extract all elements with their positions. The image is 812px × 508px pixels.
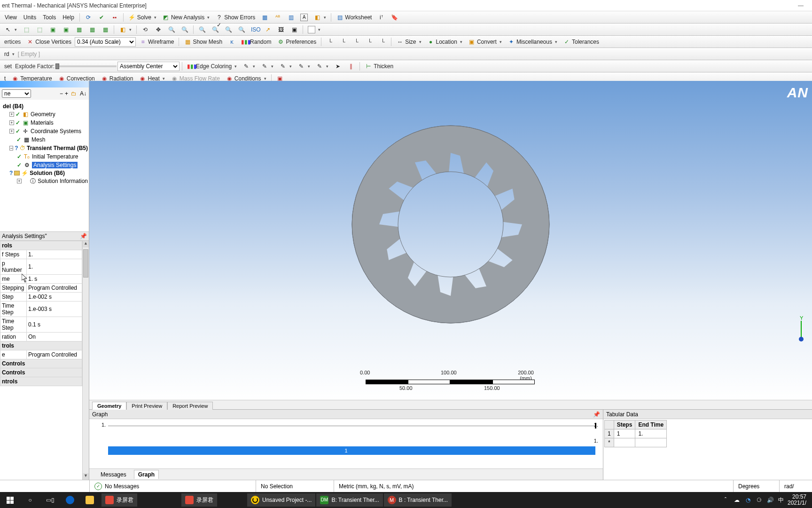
pin-icon[interactable]: 📌 [80,233,87,239]
iso-cube[interactable]: ◧ [117,25,134,34]
tabular-body[interactable]: Steps End Time 1 1 1. * [603,419,812,480]
tree-model[interactable]: del (B4) [1,103,88,110]
taskbar-dm[interactable]: DMB: Transient Ther... [316,493,383,507]
info-cursor-button[interactable]: iꜛ [375,13,387,22]
explode-slider[interactable] [55,65,117,67]
show-errors-button[interactable]: ?✓Show Errors [213,13,258,22]
edge-style-3[interactable]: ✎ [277,62,294,71]
row-new-steps[interactable] [614,438,635,447]
zoom-prev-button[interactable]: 🔍 [235,25,248,34]
tree-sort[interactable]: A↓ [79,90,87,97]
sel-node[interactable]: ▦ [73,25,85,34]
scroll-down-icon[interactable]: ▼ [83,473,89,480]
rotate-button[interactable]: ⟲ [139,25,151,34]
system-tray[interactable]: ˆ ☁ ◔ ⚆ 🔊 中 20:57 2021/1/ [722,494,809,506]
axis-l2[interactable]: └ [337,37,349,47]
arrow-tool[interactable]: ➤ [332,62,344,71]
cat-step-controls[interactable]: rols [0,241,82,250]
zoom-sel-button[interactable]: 🔍 [222,25,234,34]
scroll-up-icon[interactable]: ▲ [83,241,89,247]
tray-onedrive-icon[interactable]: ☁ [733,496,741,504]
row-stepping-v[interactable]: Program Controlled [27,284,82,293]
tab-messages[interactable]: Messages [97,470,130,479]
col-steps[interactable]: Steps [614,421,635,429]
tab-graph[interactable]: Graph [134,470,159,479]
model-rotor[interactable] [347,121,554,328]
tree-collapse[interactable]: − [60,90,63,97]
row-new[interactable]: * [605,438,614,447]
size-menu[interactable]: ↔Size [394,37,423,47]
menu-help[interactable]: Help [60,13,77,22]
tree-transient[interactable]: −?⏱Transient Thermal (B5) [1,144,88,152]
new-analysis-button[interactable]: ◩New Analysis [160,13,212,22]
cat-5[interactable]: ntrols [0,377,82,386]
col-end-time[interactable]: End Time [635,421,667,429]
graph-marker[interactable] [595,423,596,429]
menu-view[interactable]: View [2,13,20,22]
edge-style-1[interactable]: ✎ [240,62,258,71]
tree-analysis-settings[interactable]: ✓⚙Analysis Settings [1,161,88,169]
taskbar-edge[interactable] [62,493,81,507]
icon-btn-2[interactable]: ᴬᴮ [272,13,284,22]
wireframe-button[interactable]: ⌗Wireframe [137,37,176,47]
icon-btn-4[interactable]: A [298,13,310,22]
tray-clock[interactable]: 20:57 2021/1/ [788,494,806,506]
axis-l5[interactable]: └ [376,37,389,47]
windows-taskbar[interactable]: ○ ▭▯ 录屏君 录屏君 Unsaved Project -... DMB: T… [0,492,812,508]
sel-face[interactable]: ▣ [47,25,59,34]
sel-edge[interactable]: ⬚ [33,25,46,34]
tab-geometry[interactable]: Geometry [92,402,126,410]
cat-4[interactable]: Controls [0,368,82,377]
tree-mesh[interactable]: ✓▦Mesh [1,135,88,144]
search-button[interactable]: ○ [23,493,41,507]
menu-units[interactable]: Units [21,13,39,22]
icon-btn-3[interactable]: ▥ [285,13,297,22]
close-vertices-button[interactable]: ✕Close Vertices [24,37,74,47]
tree-coord[interactable]: +✓✛Coordinate Systems [1,127,88,135]
icon-btn-5[interactable]: ◧ [311,13,328,22]
tab-print-preview[interactable]: Print Preview [126,402,167,410]
minimize-button[interactable]: — [791,2,810,9]
tree-solution[interactable]: ?⚡Solution (B6) [1,169,88,177]
zoom-fit-button[interactable]: 🔍 [209,25,221,34]
tree-expand[interactable]: + [65,90,68,97]
thicken-button[interactable]: ⊢Thicken [362,62,396,71]
probe-k-button[interactable]: ᴋ [226,37,238,47]
axis-l3[interactable]: └ [350,37,362,47]
edge-coloring-menu[interactable]: ▮▮▮Edge Coloring [185,62,239,71]
tray-volume-icon[interactable]: 🔊 [767,496,774,504]
tree-initial-temp[interactable]: ✓T₀Initial Temperature [1,152,88,161]
worksheet-button[interactable]: ▤Worksheet [334,13,374,22]
look-at-button[interactable]: ↗ [262,25,274,34]
graph-body[interactable]: 1. 1. 1. 1 [89,419,603,468]
edge-style-4[interactable]: ✎ [295,62,312,71]
icon-btn-1[interactable]: ▦ [258,13,271,22]
tray-ime[interactable]: 中 [778,496,784,504]
random-button[interactable]: ▮▮▮Random [239,37,273,47]
location-menu[interactable]: ●Location [425,37,465,47]
zoom-in-button[interactable]: 🔍 [165,25,178,34]
tree-solution-info[interactable]: +✓ⓘSolution Information [1,177,88,185]
bars-tool[interactable]: ∥ [345,62,357,71]
convert-menu[interactable]: ▣Convert [466,37,504,47]
set-button[interactable]: set [2,62,14,71]
solve-button[interactable]: ⚡Solve [126,13,159,22]
graphics-viewport[interactable]: AN [89,81,812,400]
cat-3[interactable]: Controls [0,359,82,368]
refresh-button[interactable]: ⟳ [82,13,94,22]
row-steps-v[interactable]: 1. [27,250,82,259]
axis-l4[interactable]: └ [363,37,375,47]
sel-vertex[interactable]: ⬚ [20,25,32,34]
taskbar-recorder-1[interactable]: 录屏君 [102,493,137,507]
preferences-button[interactable]: ⚙Preferences [274,37,319,47]
start-button[interactable] [3,493,22,507]
tag-button[interactable]: 🔖 [388,13,400,22]
vertices-button[interactable]: ertices [2,38,23,46]
sel-box[interactable]: ▦ [99,25,111,34]
capture-button[interactable]: ▣ [288,25,300,34]
axis-l[interactable]: └ [324,37,336,47]
tree-geometry[interactable]: +✓◧Geometry [1,110,88,119]
row-solver-v[interactable]: Program Controlled [27,350,82,359]
tab-report-preview[interactable]: Report Preview [167,402,213,410]
iso-button[interactable]: ISO [249,25,261,34]
